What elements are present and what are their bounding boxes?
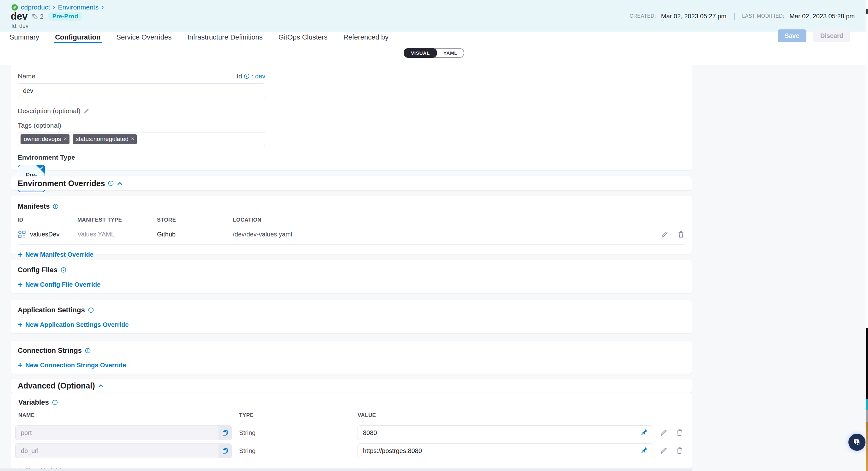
info-icon[interactable]	[88, 307, 94, 313]
tag-chip: status:nonregulated ×	[73, 134, 137, 144]
collapse-chevron-up-icon[interactable]	[98, 383, 104, 389]
copy-icon[interactable]	[219, 444, 231, 458]
plus-icon: +	[18, 281, 23, 289]
toggle-yaml[interactable]: YAML	[437, 48, 464, 58]
tag-chip-label: owner:devops	[24, 136, 61, 143]
tab-gitops-clusters[interactable]: GitOps Clusters	[277, 32, 329, 43]
variable-name-input[interactable]	[16, 443, 231, 458]
new-manifest-override-button[interactable]: + New Manifest Override	[18, 251, 685, 259]
visual-yaml-toggle: VISUAL YAML	[404, 48, 464, 58]
plus-icon: +	[18, 321, 23, 329]
new-connection-strings-override-button[interactable]: + New Connection Strings Override	[18, 361, 685, 369]
breadcrumb-project[interactable]: cdproduct	[21, 3, 50, 11]
description-row: Description (optional)	[18, 107, 685, 115]
breadcrumb-separator: ›	[101, 3, 103, 11]
delete-variable-trash-icon[interactable]	[675, 447, 684, 455]
manifest-location-value: /dev/dev-values.yaml	[233, 231, 647, 238]
variable-type-value: String	[231, 429, 358, 437]
config-files-card: Config Files + New Config File Override	[11, 260, 692, 293]
project-harness-icon	[11, 4, 18, 11]
remove-tag-icon[interactable]: ×	[63, 136, 67, 142]
col-manifest-type: MANIFEST TYPE	[78, 217, 157, 223]
name-label-row: Name Id : dev	[18, 72, 265, 80]
save-button[interactable]: Save	[778, 29, 806, 42]
col-value: VALUE	[358, 412, 687, 418]
new-application-settings-override-label: New Application Settings Override	[25, 321, 129, 328]
variable-type-value: String	[231, 447, 358, 454]
col-name: NAME	[16, 412, 231, 418]
pin-icon[interactable]	[641, 428, 648, 437]
col-location: LOCATION	[233, 217, 647, 223]
svg-text:?: ?	[856, 440, 857, 443]
tab-summary[interactable]: Summary	[8, 32, 40, 43]
col-id: ID	[18, 217, 78, 223]
new-config-file-override-button[interactable]: + New Config File Override	[18, 281, 685, 289]
breadcrumb-environments[interactable]: Environments	[58, 3, 98, 11]
tab-configuration[interactable]: Configuration	[54, 32, 102, 43]
edit-manifest-pencil-icon[interactable]	[660, 230, 669, 239]
tab-actions: Save Discard	[778, 29, 850, 42]
tab-service-overrides[interactable]: Service Overrides	[115, 32, 173, 43]
application-settings-title-row: Application Settings	[18, 306, 685, 314]
manifest-row-actions	[647, 230, 685, 239]
manifests-card: Manifests ID MANIFEST TYPE STORE LOCATIO…	[11, 196, 692, 254]
edit-variable-pencil-icon[interactable]	[659, 429, 668, 437]
new-config-file-override-label: New Config File Override	[25, 281, 100, 288]
info-icon[interactable]	[85, 348, 91, 353]
col-type: TYPE	[231, 412, 358, 418]
tab-referenced-by[interactable]: Referenced by	[342, 32, 390, 43]
remove-tag-icon[interactable]: ×	[131, 136, 134, 142]
info-icon[interactable]	[53, 204, 58, 209]
info-icon[interactable]	[244, 73, 250, 79]
info-icon[interactable]	[61, 267, 66, 273]
discard-button[interactable]: Discard	[813, 29, 850, 42]
page-header: cdproduct › Environments › dev 2 Pre-Pro…	[0, 0, 868, 32]
modified-label: LAST MODIFIED:	[742, 13, 784, 19]
breadcrumb-separator: ›	[53, 3, 55, 11]
manifest-id-value: valuesDev	[30, 231, 59, 238]
delete-manifest-trash-icon[interactable]	[677, 230, 685, 239]
variable-value-cell	[358, 425, 687, 440]
name-input[interactable]	[18, 84, 265, 98]
tags-label: Tags (optional)	[18, 122, 685, 129]
collapse-chevron-up-icon[interactable]	[117, 180, 123, 186]
tab-infrastructure-definitions[interactable]: Infrastructure Definitions	[186, 32, 264, 43]
toggle-visual[interactable]: VISUAL	[404, 48, 437, 58]
col-store: STORE	[157, 217, 233, 223]
variable-value-cell	[358, 443, 687, 458]
tag-count: 2	[32, 13, 43, 20]
edit-variable-pencil-icon[interactable]	[659, 447, 668, 455]
selected-check-icon	[35, 165, 45, 177]
id-inline-value[interactable]: dev	[255, 73, 265, 80]
manifest-type-value: Values YAML	[78, 231, 157, 238]
help-chat-button[interactable]: ?	[848, 434, 866, 451]
environment-overrides-title: Environment Overrides	[18, 179, 105, 188]
delete-variable-trash-icon[interactable]	[675, 429, 684, 437]
edit-description-pencil-icon[interactable]	[83, 108, 89, 114]
info-icon[interactable]	[52, 400, 58, 405]
variables-title: Variables	[18, 398, 49, 407]
advanced-heading: Advanced (Optional)	[11, 379, 692, 392]
advanced-title: Advanced (Optional)	[18, 381, 95, 390]
variables-table-header: NAME TYPE VALUE	[16, 412, 687, 418]
new-application-settings-override-button[interactable]: + New Application Settings Override	[18, 321, 685, 329]
tags-input[interactable]: owner:devops × status:nonregulated ×	[18, 132, 265, 146]
new-connection-strings-override-label: New Connection Strings Override	[25, 362, 126, 369]
pin-icon[interactable]	[641, 446, 648, 455]
variable-value-input[interactable]	[358, 443, 652, 458]
application-settings-title: Application Settings	[18, 306, 85, 314]
copy-icon[interactable]	[219, 426, 231, 440]
bottom-strip	[0, 468, 692, 471]
name-label: Name	[18, 72, 35, 80]
variable-name-cell	[16, 425, 231, 440]
created-value: Mar 02, 2023 05:27 pm	[661, 13, 726, 20]
connection-strings-title: Connection Strings	[18, 347, 82, 355]
variable-value-input[interactable]	[358, 425, 652, 440]
variable-name-input[interactable]	[16, 425, 231, 440]
info-icon[interactable]	[108, 180, 114, 186]
environment-form-card: Name Id : dev Description (optional) Tag…	[11, 65, 692, 170]
entity-id-line: Id: dev	[11, 23, 28, 29]
description-label: Description (optional)	[18, 107, 80, 115]
divider	[18, 244, 685, 245]
variable-row: String	[16, 425, 687, 440]
